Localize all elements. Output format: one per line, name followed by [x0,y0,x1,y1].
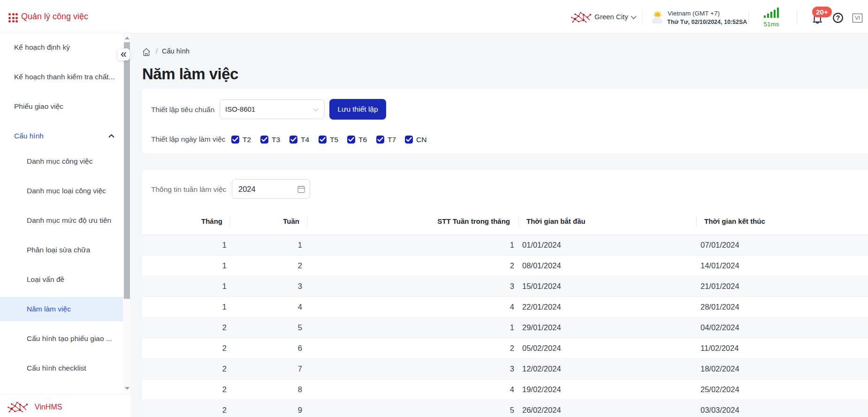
svg-text:?: ? [836,14,840,22]
